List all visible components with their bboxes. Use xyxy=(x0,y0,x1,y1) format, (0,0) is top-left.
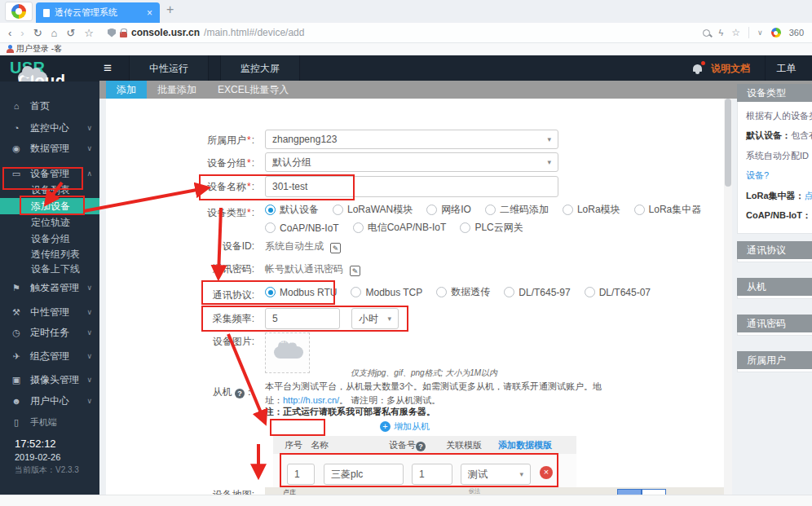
tab-add[interactable]: 添加 xyxy=(106,81,147,99)
browser-tab[interactable]: 透传云管理系统 × xyxy=(36,2,160,23)
add-data-template-link[interactable]: 添加数据模版 xyxy=(498,439,552,451)
sidebar-item-passthrough-group-list[interactable]: 透传组列表 xyxy=(0,246,99,262)
sidebar-item-user-center[interactable]: ☻用户中心∨ xyxy=(0,392,99,410)
owner-select[interactable]: zhangpeng123▾ xyxy=(265,130,558,149)
panel-header-device-type[interactable]: 设备类型 xyxy=(737,84,812,102)
sidebar-item-mobile[interactable]: ▯手机端 xyxy=(0,413,99,431)
lock-warning-icon xyxy=(120,32,127,37)
radio-qrcode-add[interactable]: 二维码添加 xyxy=(485,203,549,217)
radio-telecom-coap-nbiot[interactable]: 电信CoAP/NB-IoT xyxy=(353,221,447,235)
group-select[interactable]: 默认分组▾ xyxy=(265,152,558,172)
menu-toggle-icon[interactable]: ≡ xyxy=(104,60,112,77)
nav-monitor-screen[interactable]: 监控大屏 xyxy=(220,55,300,81)
help-icon[interactable]: ? xyxy=(416,442,426,451)
forward-icon[interactable]: › xyxy=(20,28,24,38)
work-order-link[interactable]: 工单 xyxy=(765,55,807,81)
bell-icon[interactable] xyxy=(693,64,702,72)
map-type-button[interactable] xyxy=(617,489,642,495)
edit-icon[interactable]: ✎ xyxy=(350,266,360,276)
sidebar-item-location-track[interactable]: 定位轨迹 xyxy=(0,214,99,231)
add-slave-button[interactable]: +增加从机 xyxy=(380,420,430,433)
panel-section-slave[interactable]: 从机 xyxy=(737,278,812,299)
slave-test-link[interactable]: http://h.usr.cn/ xyxy=(283,395,339,405)
search-icon[interactable] xyxy=(703,29,710,37)
radio-network-io[interactable]: 网络IO xyxy=(426,203,471,217)
radio-default-device[interactable]: 默认设备 xyxy=(265,203,319,217)
monitor-icon: ◔ xyxy=(11,123,22,133)
sidebar-item-device-management[interactable]: ▭设备管理∧ xyxy=(0,165,99,183)
radio-lorawan-module[interactable]: LoRaWAN模块 xyxy=(333,203,413,217)
sidebar-item-device-group[interactable]: 设备分组 xyxy=(0,231,99,247)
slave-template-select[interactable]: 测试▾ xyxy=(461,464,531,485)
divider xyxy=(748,27,749,38)
image-upload-box[interactable]: 透传云 xyxy=(265,332,310,373)
radio-dlt645-07[interactable]: DL/T645-07 xyxy=(585,287,651,298)
sidebar-item-monitor-center[interactable]: ◔监控中心∨ xyxy=(0,119,99,137)
browser-urlbar: ‹ › ↻ ⌂ ↺ ☆ console.usr.cn/main.html#/de… xyxy=(0,23,812,43)
help-icon[interactable]: ? xyxy=(235,389,245,398)
docs-link[interactable]: 说明文档 xyxy=(711,55,750,81)
radio-coap-nbiot[interactable]: CoAP/NB-IoT xyxy=(265,222,339,234)
col-name: 名称 xyxy=(311,439,389,451)
back-icon[interactable]: ‹ xyxy=(8,28,11,38)
sidebar-item-scheduled-tasks[interactable]: ◷定时任务∨ xyxy=(0,323,99,341)
bookmark-item[interactable]: 用户登录 -客 xyxy=(16,43,62,55)
sidebar-item-configuration-management[interactable]: ✈组态管理∨ xyxy=(0,347,99,365)
home-icon: ⌂ xyxy=(11,101,22,111)
sidebar-item-device-list[interactable]: 设备列表 xyxy=(0,182,99,198)
home-icon[interactable]: ⌂ xyxy=(51,28,58,38)
chevron-down-icon[interactable]: ∨ xyxy=(757,29,763,37)
freq-unit-select[interactable]: 小时▾ xyxy=(351,308,399,329)
refresh-icon[interactable]: ↻ xyxy=(33,28,42,38)
device-map[interactable]: 卢庄 侯法 xyxy=(265,487,724,495)
sidebar-item-home[interactable]: ⌂首页 xyxy=(0,97,99,115)
sidebar-item-device-online-offline[interactable]: 设备上下线 xyxy=(0,261,99,277)
vertical-scrollbar[interactable] xyxy=(724,99,732,495)
tab-excel-import[interactable]: EXCEL批量导入 xyxy=(207,81,299,99)
radio-modbus-rtu[interactable]: Modbus RTU xyxy=(265,287,337,298)
browser-360-logo[interactable] xyxy=(5,2,33,21)
radio-data-passthrough[interactable]: 数据透传 xyxy=(436,285,490,299)
sidebar-item-data-management[interactable]: ◉数据管理∨ xyxy=(0,139,99,157)
radio-modbus-tcp[interactable]: Modbus TCP xyxy=(351,287,422,298)
sidebar-item-neutral-management[interactable]: ⚒中性管理∨ xyxy=(0,303,99,321)
edit-icon[interactable]: ✎ xyxy=(330,243,341,253)
sidebar-version: 当前版本：V2.3.3 xyxy=(15,464,79,476)
device-help-link[interactable]: 设备? xyxy=(746,170,769,180)
scrollbar-thumb[interactable] xyxy=(725,99,731,187)
delete-slave-button[interactable]: × xyxy=(540,466,553,479)
panel-section-owner[interactable]: 所属用户 xyxy=(737,351,812,372)
sidebar-item-add-device[interactable]: 添加设备 xyxy=(0,198,99,214)
url-path: /main.html#/device/add xyxy=(204,27,304,38)
device-name-input[interactable] xyxy=(265,176,558,197)
cloud-logo-text: 透传云 xyxy=(266,337,309,345)
owner-value: zhangpeng123 xyxy=(272,134,337,145)
map-satellite-button[interactable] xyxy=(642,489,666,495)
bookmark-star-icon[interactable]: ☆ xyxy=(84,28,94,38)
collect-freq-input[interactable] xyxy=(265,308,340,329)
device-map-label: 设备地图: xyxy=(106,488,254,495)
favorite-star-icon[interactable]: ☆ xyxy=(731,27,740,38)
address-bar[interactable]: console.usr.cn/main.html#/device/add xyxy=(108,27,304,38)
undo-icon[interactable]: ↺ xyxy=(66,28,75,38)
panel-section-protocol[interactable]: 通讯协议 xyxy=(737,241,812,262)
radio-dlt645-97[interactable]: DL/T645-97 xyxy=(504,287,570,298)
nav-neutral-run[interactable]: 中性运行 xyxy=(129,55,209,81)
search-360-label[interactable]: 360 xyxy=(789,28,804,37)
lora-help-link[interactable]: 点击查看 xyxy=(805,191,812,200)
slave-device-no-input[interactable] xyxy=(412,464,452,485)
tab-batch-add[interactable]: 批量添加 xyxy=(147,81,207,99)
radio-lora-module[interactable]: LoRa模块 xyxy=(563,203,620,217)
sidebar-item-trigger-management[interactable]: ⚑触发器管理∨ xyxy=(0,279,99,297)
sidebar-item-camera-management[interactable]: ▣摄像头管理∨ xyxy=(0,371,99,389)
lightning-icon[interactable]: ϟ xyxy=(718,28,723,37)
tools-icon: ⚒ xyxy=(11,307,22,318)
slave-name-input[interactable] xyxy=(324,464,404,485)
slave-index-input[interactable] xyxy=(287,464,315,485)
panel-section-comm-password[interactable]: 通讯密码 xyxy=(737,315,812,336)
radio-lora-gateway[interactable]: LoRa集中器 xyxy=(634,203,702,217)
radio-plc-cloud-gateway[interactable]: PLC云网关 xyxy=(460,221,523,235)
owner-label: 所属用户*: xyxy=(106,134,254,147)
new-tab-button[interactable]: + xyxy=(166,2,174,17)
tab-close-icon[interactable]: × xyxy=(147,7,152,19)
